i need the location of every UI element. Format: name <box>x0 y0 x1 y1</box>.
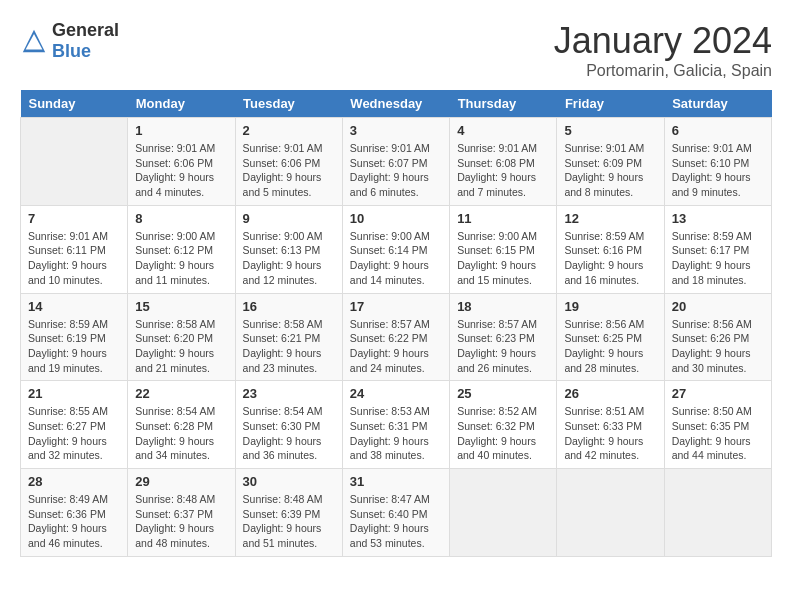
calendar-cell <box>21 118 128 206</box>
day-number: 31 <box>350 474 442 489</box>
day-number: 10 <box>350 211 442 226</box>
cell-info: Sunrise: 9:00 AM Sunset: 6:15 PM Dayligh… <box>457 229 549 288</box>
day-number: 26 <box>564 386 656 401</box>
calendar-cell: 10Sunrise: 9:00 AM Sunset: 6:14 PM Dayli… <box>342 205 449 293</box>
calendar-cell: 18Sunrise: 8:57 AM Sunset: 6:23 PM Dayli… <box>450 293 557 381</box>
day-number: 28 <box>28 474 120 489</box>
calendar-cell <box>664 469 771 557</box>
calendar-cell: 3Sunrise: 9:01 AM Sunset: 6:07 PM Daylig… <box>342 118 449 206</box>
title-block: January 2024 Portomarin, Galicia, Spain <box>554 20 772 80</box>
day-number: 24 <box>350 386 442 401</box>
day-number: 3 <box>350 123 442 138</box>
day-number: 13 <box>672 211 764 226</box>
day-number: 17 <box>350 299 442 314</box>
cell-info: Sunrise: 9:01 AM Sunset: 6:09 PM Dayligh… <box>564 141 656 200</box>
calendar-cell <box>450 469 557 557</box>
day-number: 29 <box>135 474 227 489</box>
calendar-cell: 12Sunrise: 8:59 AM Sunset: 6:16 PM Dayli… <box>557 205 664 293</box>
calendar-cell: 14Sunrise: 8:59 AM Sunset: 6:19 PM Dayli… <box>21 293 128 381</box>
calendar-cell: 19Sunrise: 8:56 AM Sunset: 6:25 PM Dayli… <box>557 293 664 381</box>
cell-info: Sunrise: 8:49 AM Sunset: 6:36 PM Dayligh… <box>28 492 120 551</box>
calendar-cell: 20Sunrise: 8:56 AM Sunset: 6:26 PM Dayli… <box>664 293 771 381</box>
cell-info: Sunrise: 9:01 AM Sunset: 6:08 PM Dayligh… <box>457 141 549 200</box>
day-number: 23 <box>243 386 335 401</box>
day-number: 14 <box>28 299 120 314</box>
day-number: 16 <box>243 299 335 314</box>
day-number: 12 <box>564 211 656 226</box>
cell-info: Sunrise: 8:58 AM Sunset: 6:21 PM Dayligh… <box>243 317 335 376</box>
col-header-saturday: Saturday <box>664 90 771 118</box>
cell-info: Sunrise: 8:59 AM Sunset: 6:19 PM Dayligh… <box>28 317 120 376</box>
calendar-cell: 13Sunrise: 8:59 AM Sunset: 6:17 PM Dayli… <box>664 205 771 293</box>
day-number: 6 <box>672 123 764 138</box>
calendar-cell: 17Sunrise: 8:57 AM Sunset: 6:22 PM Dayli… <box>342 293 449 381</box>
cell-info: Sunrise: 8:51 AM Sunset: 6:33 PM Dayligh… <box>564 404 656 463</box>
cell-info: Sunrise: 9:00 AM Sunset: 6:12 PM Dayligh… <box>135 229 227 288</box>
month-title: January 2024 <box>554 20 772 62</box>
cell-info: Sunrise: 8:50 AM Sunset: 6:35 PM Dayligh… <box>672 404 764 463</box>
location-title: Portomarin, Galicia, Spain <box>554 62 772 80</box>
day-number: 19 <box>564 299 656 314</box>
day-number: 15 <box>135 299 227 314</box>
calendar-cell: 31Sunrise: 8:47 AM Sunset: 6:40 PM Dayli… <box>342 469 449 557</box>
cell-info: Sunrise: 9:01 AM Sunset: 6:07 PM Dayligh… <box>350 141 442 200</box>
cell-info: Sunrise: 8:56 AM Sunset: 6:26 PM Dayligh… <box>672 317 764 376</box>
cell-info: Sunrise: 8:57 AM Sunset: 6:23 PM Dayligh… <box>457 317 549 376</box>
calendar-cell: 5Sunrise: 9:01 AM Sunset: 6:09 PM Daylig… <box>557 118 664 206</box>
calendar-cell: 23Sunrise: 8:54 AM Sunset: 6:30 PM Dayli… <box>235 381 342 469</box>
cell-info: Sunrise: 9:01 AM Sunset: 6:11 PM Dayligh… <box>28 229 120 288</box>
logo: General Blue <box>20 20 119 62</box>
cell-info: Sunrise: 9:00 AM Sunset: 6:13 PM Dayligh… <box>243 229 335 288</box>
cell-info: Sunrise: 8:57 AM Sunset: 6:22 PM Dayligh… <box>350 317 442 376</box>
col-header-monday: Monday <box>128 90 235 118</box>
day-number: 21 <box>28 386 120 401</box>
day-number: 2 <box>243 123 335 138</box>
day-number: 1 <box>135 123 227 138</box>
cell-info: Sunrise: 9:00 AM Sunset: 6:14 PM Dayligh… <box>350 229 442 288</box>
header-row: SundayMondayTuesdayWednesdayThursdayFrid… <box>21 90 772 118</box>
calendar-cell: 11Sunrise: 9:00 AM Sunset: 6:15 PM Dayli… <box>450 205 557 293</box>
cell-info: Sunrise: 8:48 AM Sunset: 6:39 PM Dayligh… <box>243 492 335 551</box>
cell-info: Sunrise: 9:01 AM Sunset: 6:06 PM Dayligh… <box>243 141 335 200</box>
page-header: General Blue January 2024 Portomarin, Ga… <box>20 20 772 80</box>
cell-info: Sunrise: 8:53 AM Sunset: 6:31 PM Dayligh… <box>350 404 442 463</box>
day-number: 5 <box>564 123 656 138</box>
cell-info: Sunrise: 8:59 AM Sunset: 6:16 PM Dayligh… <box>564 229 656 288</box>
calendar-cell: 29Sunrise: 8:48 AM Sunset: 6:37 PM Dayli… <box>128 469 235 557</box>
week-row-5: 28Sunrise: 8:49 AM Sunset: 6:36 PM Dayli… <box>21 469 772 557</box>
calendar-cell: 21Sunrise: 8:55 AM Sunset: 6:27 PM Dayli… <box>21 381 128 469</box>
calendar-cell: 7Sunrise: 9:01 AM Sunset: 6:11 PM Daylig… <box>21 205 128 293</box>
cell-info: Sunrise: 8:59 AM Sunset: 6:17 PM Dayligh… <box>672 229 764 288</box>
cell-info: Sunrise: 8:55 AM Sunset: 6:27 PM Dayligh… <box>28 404 120 463</box>
cell-info: Sunrise: 8:56 AM Sunset: 6:25 PM Dayligh… <box>564 317 656 376</box>
day-number: 7 <box>28 211 120 226</box>
day-number: 30 <box>243 474 335 489</box>
week-row-2: 7Sunrise: 9:01 AM Sunset: 6:11 PM Daylig… <box>21 205 772 293</box>
calendar-cell: 4Sunrise: 9:01 AM Sunset: 6:08 PM Daylig… <box>450 118 557 206</box>
week-row-1: 1Sunrise: 9:01 AM Sunset: 6:06 PM Daylig… <box>21 118 772 206</box>
cell-info: Sunrise: 9:01 AM Sunset: 6:06 PM Dayligh… <box>135 141 227 200</box>
day-number: 18 <box>457 299 549 314</box>
day-number: 27 <box>672 386 764 401</box>
calendar-cell: 27Sunrise: 8:50 AM Sunset: 6:35 PM Dayli… <box>664 381 771 469</box>
col-header-friday: Friday <box>557 90 664 118</box>
cell-info: Sunrise: 8:52 AM Sunset: 6:32 PM Dayligh… <box>457 404 549 463</box>
calendar-cell: 22Sunrise: 8:54 AM Sunset: 6:28 PM Dayli… <box>128 381 235 469</box>
calendar-table: SundayMondayTuesdayWednesdayThursdayFrid… <box>20 90 772 557</box>
day-number: 4 <box>457 123 549 138</box>
day-number: 11 <box>457 211 549 226</box>
logo-icon <box>20 27 48 55</box>
week-row-4: 21Sunrise: 8:55 AM Sunset: 6:27 PM Dayli… <box>21 381 772 469</box>
calendar-cell: 8Sunrise: 9:00 AM Sunset: 6:12 PM Daylig… <box>128 205 235 293</box>
calendar-cell: 26Sunrise: 8:51 AM Sunset: 6:33 PM Dayli… <box>557 381 664 469</box>
calendar-cell: 15Sunrise: 8:58 AM Sunset: 6:20 PM Dayli… <box>128 293 235 381</box>
col-header-thursday: Thursday <box>450 90 557 118</box>
day-number: 25 <box>457 386 549 401</box>
cell-info: Sunrise: 9:01 AM Sunset: 6:10 PM Dayligh… <box>672 141 764 200</box>
cell-info: Sunrise: 8:47 AM Sunset: 6:40 PM Dayligh… <box>350 492 442 551</box>
cell-info: Sunrise: 8:48 AM Sunset: 6:37 PM Dayligh… <box>135 492 227 551</box>
cell-info: Sunrise: 8:54 AM Sunset: 6:28 PM Dayligh… <box>135 404 227 463</box>
calendar-cell: 2Sunrise: 9:01 AM Sunset: 6:06 PM Daylig… <box>235 118 342 206</box>
calendar-cell: 24Sunrise: 8:53 AM Sunset: 6:31 PM Dayli… <box>342 381 449 469</box>
day-number: 20 <box>672 299 764 314</box>
